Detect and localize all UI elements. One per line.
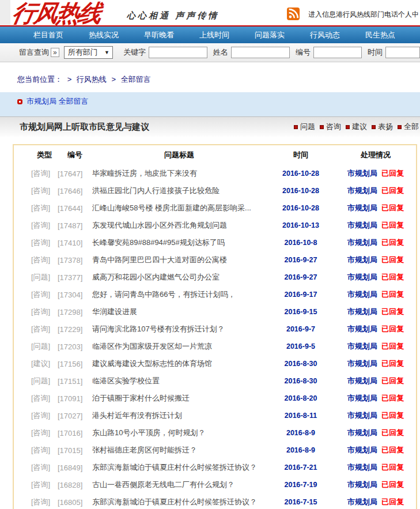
- replied-badge: 已回复: [381, 394, 404, 402]
- department-select[interactable]: 所有部门 ▼: [64, 46, 113, 59]
- breadcrumb-item-all-messages[interactable]: 全部留言: [121, 75, 151, 84]
- message-id: [17644]: [58, 204, 92, 213]
- message-title-link[interactable]: 您好，请问青岛中路66号，有拆迁计划吗，: [92, 289, 266, 300]
- message-type: [咨询]: [31, 168, 58, 179]
- message-title-link[interactable]: 泊于镇圈于家村什么时候搬迁: [92, 393, 266, 404]
- filter-bullet-icon: [294, 125, 298, 129]
- message-date: 2016-8-9: [266, 429, 335, 437]
- message-title-link[interactable]: 临港区实验学校位置: [92, 376, 266, 386]
- filter-link[interactable]: 咨询: [320, 122, 341, 132]
- replied-badge: 已回复: [381, 203, 404, 212]
- message-date: 2016-10-28: [266, 169, 335, 178]
- message-id: [17151]: [58, 377, 92, 386]
- nav-item[interactable]: 民生热点: [365, 30, 395, 40]
- nav-item[interactable]: 热线实况: [89, 30, 119, 40]
- header-link[interactable]: 部门电话: [370, 10, 398, 18]
- message-title-link[interactable]: 华润建设进展: [92, 307, 266, 317]
- bureau-all-messages-link[interactable]: 市规划局 全部留言: [27, 96, 89, 107]
- keyword-input[interactable]: [149, 47, 207, 58]
- replied-badge: 已回复: [381, 480, 404, 489]
- table-row: [咨询] [17016] 东山路10号小平顶房，何时规划？ 2016-8-9 市…: [14, 424, 416, 442]
- nav-item[interactable]: 栏目首页: [33, 30, 63, 40]
- message-status: 市规划局 已回复: [335, 445, 416, 455]
- department-name: 市规划局: [347, 342, 377, 350]
- message-title-link[interactable]: 临港区作为国家级开发区却一片荒凉: [92, 341, 266, 352]
- table-row: [咨询] [16849] 东部滨海新城泊于镇夏庄村什么时候签拆迁协议？ 2016…: [14, 459, 416, 476]
- time-input[interactable]: [385, 47, 420, 58]
- message-title-link[interactable]: 毕家疃拆迁房，地皮批下来没有: [92, 168, 266, 179]
- message-search-bar: 留言查询 » 所有部门 ▼ 关键字 姓名 编号 时间: [0, 43, 420, 62]
- message-type: [建议]: [31, 359, 58, 369]
- message-date: 2016-10-8: [266, 239, 335, 247]
- page-header: 行风热线 心心相通 声声传情 进入信息港行风热线部门电话个人中: [0, 0, 420, 25]
- replied-badge: 已回复: [381, 497, 404, 506]
- table-row: [咨询] [17378] 青岛中路阿里巴巴四十大道对面的公寓楼 2016-9-2…: [14, 251, 416, 269]
- replied-badge: 已回复: [381, 325, 404, 333]
- table-row: [咨询] [17015] 张村福德庄老房区何时能拆迁？ 2016-8-9 市规划…: [14, 442, 416, 459]
- table-row: [咨询] [17298] 华润建设进展 2016-9-15 市规划局 已回复: [14, 303, 416, 321]
- message-id: [16849]: [58, 463, 92, 472]
- header-link-list: 进入信息港行风热线部门电话个人中: [308, 9, 419, 20]
- message-title-link[interactable]: 东山路10号小平顶房，何时规划？: [92, 428, 266, 438]
- breadcrumb-item-hotline[interactable]: 行风热线: [77, 75, 107, 84]
- id-input[interactable]: [313, 47, 362, 58]
- message-title-link[interactable]: 东部滨海新城泊于镇夏庄村什么时候签拆迁协议？: [92, 462, 266, 473]
- message-status: 市规划局 已回复: [335, 393, 416, 404]
- chevron-down-icon: ▼: [104, 50, 109, 55]
- message-title-link[interactable]: 张村福德庄老房区何时能拆迁？: [92, 445, 266, 455]
- message-status: 市规划局 已回复: [335, 168, 416, 179]
- filter-link[interactable]: 全部: [398, 122, 419, 132]
- department-name: 市规划局: [347, 255, 377, 264]
- name-label: 姓名: [213, 47, 228, 58]
- message-title-link[interactable]: 建议威海建设大型标志性的体育场馆: [92, 359, 266, 369]
- table-row: [咨询] [16828] 古山一巷西侧原老无线电二厂有什么规划？ 2016-7-…: [14, 476, 416, 493]
- department-name: 市规划局: [347, 325, 377, 333]
- filter-link[interactable]: 表扬: [372, 122, 393, 132]
- message-type: [咨询]: [31, 237, 58, 248]
- replied-badge: 已回复: [381, 169, 404, 178]
- table-row: [咨询] [17646] 洪福庄园北门内人行道接孩子比较危险 2016-10-2…: [14, 182, 416, 199]
- message-status: 市规划局 已回复: [335, 324, 416, 334]
- replied-badge: 已回复: [381, 411, 404, 420]
- search-more-button[interactable]: »: [51, 48, 59, 57]
- message-title-link[interactable]: 请问海滨北路107号楼有没有拆迁计划？: [92, 324, 266, 334]
- message-type: [咨询]: [31, 220, 58, 231]
- message-title-link[interactable]: 长峰馨安苑89#88#94#95#规划达标了吗: [92, 237, 266, 248]
- message-title-link[interactable]: 洪福庄园北门内人行道接孩子比较危险: [92, 186, 266, 196]
- message-type: [咨询]: [31, 480, 58, 490]
- header-link[interactable]: 个人中: [398, 10, 419, 18]
- message-status: 市规划局 已回复: [335, 186, 416, 196]
- rss-icon[interactable]: [287, 7, 300, 20]
- message-id: [17410]: [58, 239, 92, 247]
- message-date: 2016-10-13: [266, 221, 335, 229]
- department-name: 市规划局: [347, 376, 377, 385]
- message-type: [咨询]: [31, 462, 58, 473]
- nav-item[interactable]: 早听晚看: [144, 30, 174, 40]
- table-row: [咨询] [16805] 东部滨海新城泊于镇夏庄村什么时候签拆迁协议？ 2016…: [14, 493, 416, 509]
- message-date: 2016-8-30: [266, 377, 335, 385]
- filter-link[interactable]: 建议: [346, 122, 367, 132]
- message-status: 市规划局 已回复: [335, 497, 416, 507]
- message-title-link[interactable]: 威高万和花园小区内建燃气公司办公室: [92, 272, 266, 282]
- message-title-link[interactable]: 古山一巷西侧原老无线电二厂有什么规划？: [92, 480, 266, 490]
- message-date: 2016-9-15: [266, 308, 335, 316]
- message-title-link[interactable]: 港头村近年有没有拆迁计划: [92, 410, 266, 421]
- nav-item[interactable]: 问题落实: [255, 30, 285, 40]
- name-input[interactable]: [231, 47, 290, 58]
- keyword-label: 关键字: [123, 47, 146, 58]
- header-type: 类型: [31, 150, 58, 160]
- site-tagline: 心心相通 声声传情: [127, 10, 219, 21]
- header-link[interactable]: 进入信息港行风热线: [308, 10, 370, 18]
- nav-item[interactable]: 行风动态: [310, 30, 340, 40]
- filter-link[interactable]: 问题: [294, 122, 315, 132]
- department-name: 市规划局: [347, 359, 377, 368]
- message-title-link[interactable]: 青岛中路阿里巴巴四十大道对面的公寓楼: [92, 255, 266, 265]
- site-logo[interactable]: 行风热线: [10, 0, 103, 29]
- message-title-link[interactable]: 汇峰山海峻58号楼 楼房北面新建的高层影响采...: [92, 203, 266, 213]
- filter-bullet-icon: [320, 125, 324, 129]
- message-title-link[interactable]: 东部滨海新城泊于镇夏庄村什么时候签拆迁协议？: [92, 497, 266, 507]
- filter-bullet-icon: [346, 125, 350, 129]
- nav-item[interactable]: 上线时间: [199, 30, 229, 40]
- message-title-link[interactable]: 东发现代城山水园小区外西北角规划问题: [92, 220, 266, 231]
- replied-badge: 已回复: [381, 307, 404, 316]
